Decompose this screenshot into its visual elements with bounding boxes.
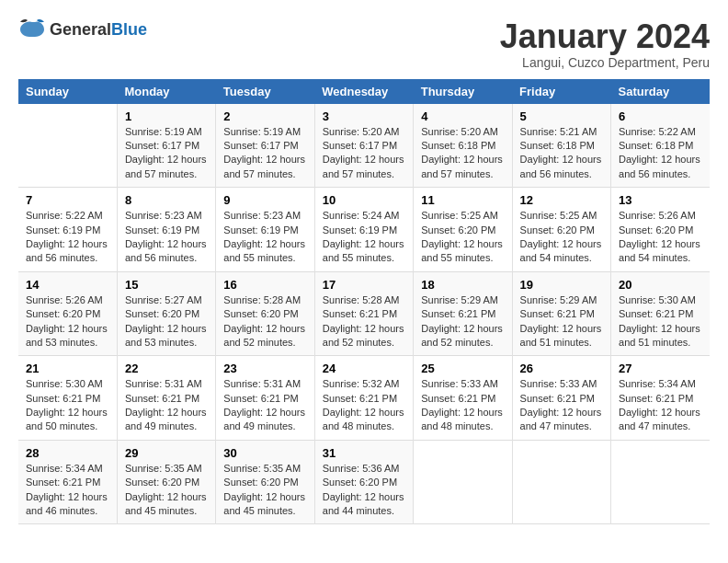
calendar-cell: 30Sunrise: 5:35 AMSunset: 6:20 PMDayligh… <box>216 440 314 524</box>
day-number: 10 <box>323 193 405 207</box>
day-info: Sunrise: 5:22 AMSunset: 6:18 PMDaylight:… <box>619 125 702 182</box>
day-number: 8 <box>125 193 208 207</box>
calendar-body: 1Sunrise: 5:19 AMSunset: 6:17 PMDaylight… <box>18 104 710 524</box>
week-row-1: 1Sunrise: 5:19 AMSunset: 6:17 PMDaylight… <box>18 104 710 188</box>
day-info: Sunrise: 5:28 AMSunset: 6:21 PMDaylight:… <box>323 293 405 350</box>
day-number: 15 <box>125 278 208 292</box>
weekday-header-tuesday: Tuesday <box>216 79 314 104</box>
day-number: 2 <box>223 109 306 123</box>
day-info: Sunrise: 5:26 AMSunset: 6:20 PMDaylight:… <box>26 293 109 350</box>
day-number: 6 <box>619 109 702 123</box>
calendar-cell: 28Sunrise: 5:34 AMSunset: 6:21 PMDayligh… <box>18 440 117 524</box>
day-number: 23 <box>223 362 306 375</box>
day-number: 12 <box>520 193 603 207</box>
day-info: Sunrise: 5:33 AMSunset: 6:21 PMDaylight:… <box>421 377 504 434</box>
day-info: Sunrise: 5:34 AMSunset: 6:21 PMDaylight:… <box>619 377 702 434</box>
weekday-header-monday: Monday <box>117 79 215 104</box>
day-info: Sunrise: 5:34 AMSunset: 6:21 PMDaylight:… <box>26 462 109 519</box>
day-info: Sunrise: 5:22 AMSunset: 6:19 PMDaylight:… <box>26 209 109 266</box>
calendar-cell: 27Sunrise: 5:34 AMSunset: 6:21 PMDayligh… <box>611 356 710 441</box>
day-number: 29 <box>125 446 208 460</box>
calendar-cell: 15Sunrise: 5:27 AMSunset: 6:20 PMDayligh… <box>117 271 215 356</box>
calendar-cell <box>512 440 610 524</box>
calendar-cell: 4Sunrise: 5:20 AMSunset: 6:18 PMDaylight… <box>414 104 512 188</box>
day-number: 20 <box>619 278 702 292</box>
day-number: 21 <box>26 362 109 375</box>
calendar-cell: 6Sunrise: 5:22 AMSunset: 6:18 PMDaylight… <box>611 104 710 188</box>
calendar-cell <box>414 440 512 524</box>
day-info: Sunrise: 5:25 AMSunset: 6:20 PMDaylight:… <box>421 209 504 266</box>
day-number: 16 <box>223 278 306 292</box>
calendar-cell: 10Sunrise: 5:24 AMSunset: 6:19 PMDayligh… <box>314 188 413 272</box>
day-number: 3 <box>323 109 405 123</box>
calendar-cell: 3Sunrise: 5:20 AMSunset: 6:17 PMDaylight… <box>314 104 413 188</box>
calendar-cell <box>18 104 117 188</box>
calendar-cell: 5Sunrise: 5:21 AMSunset: 6:18 PMDaylight… <box>512 104 610 188</box>
weekday-header-friday: Friday <box>512 79 610 104</box>
week-row-2: 7Sunrise: 5:22 AMSunset: 6:19 PMDaylight… <box>18 188 710 272</box>
day-info: Sunrise: 5:26 AMSunset: 6:20 PMDaylight:… <box>619 209 702 266</box>
week-row-3: 14Sunrise: 5:26 AMSunset: 6:20 PMDayligh… <box>18 271 710 356</box>
day-number: 19 <box>520 278 603 292</box>
day-info: Sunrise: 5:20 AMSunset: 6:17 PMDaylight:… <box>323 125 405 182</box>
calendar-cell: 2Sunrise: 5:19 AMSunset: 6:17 PMDaylight… <box>216 104 314 188</box>
weekday-header-saturday: Saturday <box>611 79 710 104</box>
logo-text: GeneralBlue <box>50 20 147 40</box>
calendar-cell: 12Sunrise: 5:25 AMSunset: 6:20 PMDayligh… <box>512 188 610 272</box>
day-info: Sunrise: 5:21 AMSunset: 6:18 PMDaylight:… <box>520 125 603 182</box>
day-number: 7 <box>26 193 109 207</box>
day-number: 5 <box>520 109 603 123</box>
day-info: Sunrise: 5:35 AMSunset: 6:20 PMDaylight:… <box>125 462 208 519</box>
calendar-cell: 7Sunrise: 5:22 AMSunset: 6:19 PMDaylight… <box>18 188 117 272</box>
calendar-cell: 29Sunrise: 5:35 AMSunset: 6:20 PMDayligh… <box>117 440 215 524</box>
day-info: Sunrise: 5:31 AMSunset: 6:21 PMDaylight:… <box>125 377 208 434</box>
calendar-cell <box>611 440 710 524</box>
day-number: 26 <box>520 362 603 375</box>
day-info: Sunrise: 5:30 AMSunset: 6:21 PMDaylight:… <box>619 293 702 350</box>
calendar-cell: 18Sunrise: 5:29 AMSunset: 6:21 PMDayligh… <box>414 271 512 356</box>
calendar-cell: 13Sunrise: 5:26 AMSunset: 6:20 PMDayligh… <box>611 188 710 272</box>
title-section: January 2024 Langui, Cuzco Department, P… <box>500 18 710 70</box>
day-number: 1 <box>125 109 208 123</box>
day-info: Sunrise: 5:24 AMSunset: 6:19 PMDaylight:… <box>323 209 405 266</box>
day-info: Sunrise: 5:29 AMSunset: 6:21 PMDaylight:… <box>421 293 504 350</box>
day-info: Sunrise: 5:19 AMSunset: 6:17 PMDaylight:… <box>223 125 306 182</box>
calendar-cell: 25Sunrise: 5:33 AMSunset: 6:21 PMDayligh… <box>414 356 512 441</box>
calendar-cell: 21Sunrise: 5:30 AMSunset: 6:21 PMDayligh… <box>18 356 117 441</box>
day-info: Sunrise: 5:33 AMSunset: 6:21 PMDaylight:… <box>520 377 603 434</box>
day-info: Sunrise: 5:35 AMSunset: 6:20 PMDaylight:… <box>223 462 306 519</box>
day-info: Sunrise: 5:29 AMSunset: 6:21 PMDaylight:… <box>520 293 603 350</box>
calendar-cell: 11Sunrise: 5:25 AMSunset: 6:20 PMDayligh… <box>414 188 512 272</box>
calendar-cell: 26Sunrise: 5:33 AMSunset: 6:21 PMDayligh… <box>512 356 610 441</box>
calendar-cell: 24Sunrise: 5:32 AMSunset: 6:21 PMDayligh… <box>314 356 413 441</box>
calendar-cell: 8Sunrise: 5:23 AMSunset: 6:19 PMDaylight… <box>117 188 215 272</box>
day-number: 13 <box>619 193 702 207</box>
day-info: Sunrise: 5:28 AMSunset: 6:20 PMDaylight:… <box>223 293 306 350</box>
calendar-table: SundayMondayTuesdayWednesdayThursdayFrid… <box>18 79 710 525</box>
day-info: Sunrise: 5:23 AMSunset: 6:19 PMDaylight:… <box>125 209 208 266</box>
week-row-5: 28Sunrise: 5:34 AMSunset: 6:21 PMDayligh… <box>18 440 710 524</box>
location-subtitle: Langui, Cuzco Department, Peru <box>500 55 710 70</box>
weekday-header-wednesday: Wednesday <box>314 79 413 104</box>
weekday-header-sunday: Sunday <box>18 79 117 104</box>
day-info: Sunrise: 5:27 AMSunset: 6:20 PMDaylight:… <box>125 293 208 350</box>
calendar-cell: 14Sunrise: 5:26 AMSunset: 6:20 PMDayligh… <box>18 271 117 356</box>
day-number: 27 <box>619 362 702 375</box>
calendar-cell: 20Sunrise: 5:30 AMSunset: 6:21 PMDayligh… <box>611 271 710 356</box>
day-info: Sunrise: 5:31 AMSunset: 6:21 PMDaylight:… <box>223 377 306 434</box>
page-header: GeneralBlue January 2024 Langui, Cuzco D… <box>18 18 710 70</box>
day-number: 30 <box>223 446 306 460</box>
month-title: January 2024 <box>500 18 710 55</box>
day-number: 31 <box>323 446 405 460</box>
logo: GeneralBlue <box>18 18 147 40</box>
day-number: 9 <box>223 193 306 207</box>
calendar-cell: 31Sunrise: 5:36 AMSunset: 6:20 PMDayligh… <box>314 440 413 524</box>
calendar-cell: 22Sunrise: 5:31 AMSunset: 6:21 PMDayligh… <box>117 356 215 441</box>
calendar-cell: 19Sunrise: 5:29 AMSunset: 6:21 PMDayligh… <box>512 271 610 356</box>
day-number: 17 <box>323 278 405 292</box>
day-info: Sunrise: 5:25 AMSunset: 6:20 PMDaylight:… <box>520 209 603 266</box>
calendar-cell: 9Sunrise: 5:23 AMSunset: 6:19 PMDaylight… <box>216 188 314 272</box>
day-number: 14 <box>26 278 109 292</box>
day-number: 11 <box>421 193 504 207</box>
day-number: 4 <box>421 109 504 123</box>
